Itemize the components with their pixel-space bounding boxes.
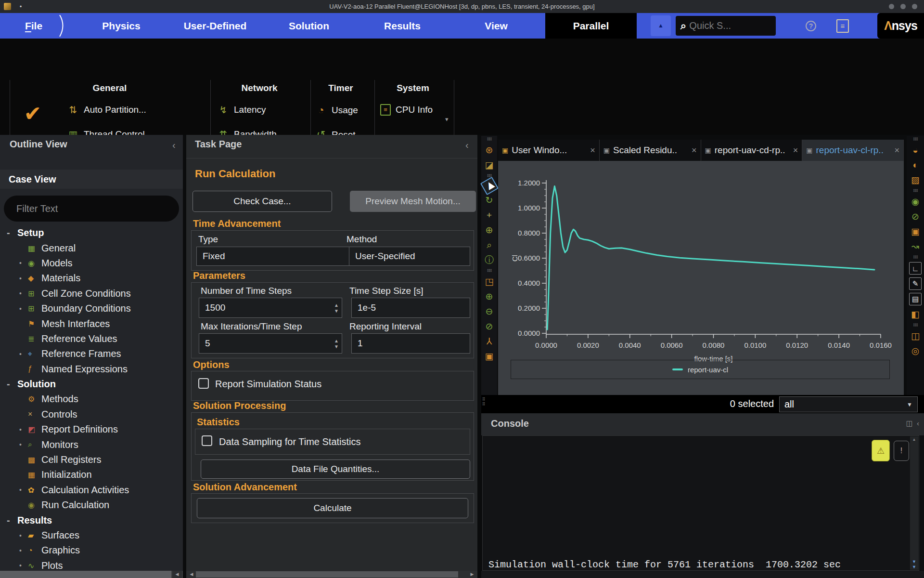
cpu-info-button[interactable]: ≡CPU Info <box>380 104 433 116</box>
task-page-horizontal-scrollbar[interactable]: ◀ ▶ <box>186 571 477 578</box>
scroll-left-icon[interactable]: ◀ <box>172 571 182 578</box>
tree-item-reference-values[interactable]: ≣Reference Values <box>0 331 183 346</box>
snapshot-icon[interactable]: ◎ <box>909 343 922 358</box>
menu-physics[interactable]: Physics <box>102 13 140 39</box>
error-filter-button[interactable]: ! <box>894 441 909 461</box>
scroll-right-icon[interactable]: ▶ <box>468 571 476 578</box>
zoom-out-icon[interactable]: ⊖ <box>483 304 496 319</box>
time-step-size-field[interactable] <box>351 298 470 318</box>
sweep-path-icon[interactable]: ↝ <box>909 239 922 254</box>
data-file-quantities-button[interactable]: Data File Quantities... <box>201 460 470 479</box>
maximize-button[interactable] <box>900 4 906 9</box>
bookmark-icon[interactable]: ◧ <box>909 307 922 322</box>
console-output[interactable]: ⚠ ! ▲ ▼▼ Simulation wall-clock time for … <box>482 435 919 571</box>
num-time-steps-stepper[interactable]: ▲▼ <box>334 298 339 317</box>
max-iterations-field[interactable]: ▲▼ <box>199 333 342 354</box>
data-sampling-label[interactable]: Data Sampling for Time Statistics <box>219 436 361 447</box>
console-dock-icon[interactable]: ◫ <box>906 419 913 428</box>
document-icon[interactable]: ▤ <box>909 293 922 305</box>
type-dropdown[interactable]: Fixed▼ <box>196 247 360 266</box>
tree-item-graphics[interactable]: •◔Graphics <box>0 543 183 558</box>
graphics-tab-report-uav-cd-rp[interactable]: ▣report-uav-cd-rp..× <box>701 140 803 161</box>
num-time-steps-input[interactable] <box>199 298 342 317</box>
quick-search-input[interactable] <box>689 20 757 31</box>
output-list-icon[interactable]: ≡ <box>836 19 849 33</box>
hide-surfaces-icon[interactable]: ⊘ <box>909 209 922 224</box>
mesh-display-icon[interactable]: ⊛ <box>483 143 496 158</box>
auto-partition-button[interactable]: ⇅Auto Partition... <box>67 104 146 116</box>
report-simulation-status-checkbox[interactable] <box>198 378 209 389</box>
menu-results[interactable]: Results <box>384 13 421 39</box>
zoom-dolly-icon[interactable]: ⊕ <box>483 223 496 237</box>
pan-view-icon[interactable]: + <box>483 208 496 223</box>
tree-item-solution[interactable]: -Solution <box>0 377 183 392</box>
timer-usage-button[interactable]: ◔Usage <box>315 104 358 117</box>
texture-icon[interactable]: ▨ <box>909 172 922 187</box>
tree-item-results[interactable]: -Results <box>0 512 183 527</box>
collapse-expander-icon[interactable]: - <box>7 379 10 390</box>
tree-item-cell-registers[interactable]: ▩Cell Registers <box>0 452 183 467</box>
fit-to-window-icon[interactable]: ◳ <box>483 274 496 289</box>
check-case-button[interactable]: Check Case... <box>192 191 332 212</box>
plot-window-icon[interactable]: ∟ <box>909 262 922 275</box>
show-surfaces-icon[interactable]: ◉ <box>909 194 922 209</box>
tree-item-mesh-interfaces[interactable]: ⚑Mesh Interfaces <box>0 316 183 331</box>
time-step-size-input[interactable] <box>352 298 470 317</box>
tree-item-setup[interactable]: -Setup <box>0 225 183 240</box>
tree-item-general[interactable]: ▦General <box>0 240 183 255</box>
info-icon[interactable]: ⓘ <box>483 252 496 267</box>
calculate-button[interactable]: Calculate <box>197 498 468 518</box>
num-time-steps-field[interactable]: ▲▼ <box>199 298 342 318</box>
menu-view[interactable]: View <box>485 13 507 39</box>
copy-view-icon[interactable]: ▣ <box>909 224 922 239</box>
tree-item-boundary-conditions[interactable]: •⊞Boundary Conditions <box>0 301 183 316</box>
zoom-reset-icon[interactable]: ⊘ <box>483 319 496 334</box>
menu-solution[interactable]: Solution <box>289 13 329 39</box>
scrollbar-thumb[interactable] <box>0 571 171 578</box>
task-page-collapse-icon[interactable]: ‹ <box>465 140 469 151</box>
tree-item-plots[interactable]: •∿Plots <box>0 558 183 571</box>
tree-item-named-expressions[interactable]: ƒNamed Expressions <box>0 362 183 377</box>
outline-collapse-icon[interactable]: ‹ <box>172 140 176 151</box>
surface-display-icon[interactable]: ◪ <box>483 158 496 172</box>
data-sampling-checkbox[interactable] <box>202 435 212 446</box>
tree-item-run-calculation[interactable]: ◉Run Calculation <box>0 498 183 512</box>
close-icon[interactable]: × <box>587 145 595 156</box>
reporting-interval-field[interactable] <box>351 333 470 354</box>
tree-item-controls[interactable]: ×Controls <box>0 407 183 422</box>
axes-triad-icon[interactable]: ⅄ <box>483 334 496 349</box>
tree-item-materials[interactable]: •◆Materials <box>0 271 183 286</box>
zoom-box-icon[interactable]: ⌕ <box>483 237 496 252</box>
max-iterations-input[interactable] <box>199 334 342 353</box>
lights-icon[interactable]: ◒ <box>909 143 922 158</box>
ribbon-collapse-button[interactable]: ▲ <box>651 15 671 36</box>
tree-item-initialization[interactable]: ▦Initialization <box>0 467 183 482</box>
latency-button[interactable]: ↯Latency <box>218 104 266 116</box>
rotate-view-icon[interactable]: ↻ <box>483 193 496 208</box>
console-collapse-icon[interactable]: ‹ <box>917 419 919 428</box>
max-iterations-stepper[interactable]: ▲▼ <box>334 334 339 353</box>
tree-item-monitors[interactable]: •⌕Monitors <box>0 437 183 452</box>
quick-search[interactable]: ⌕ <box>676 16 776 36</box>
window-controls[interactable] <box>889 4 917 9</box>
close-icon[interactable]: × <box>891 145 899 156</box>
cpu-info-dropdown-caret[interactable]: ▾ <box>445 116 449 123</box>
duplicate-icon[interactable]: ◫ <box>909 328 922 343</box>
minimize-button[interactable] <box>889 4 894 9</box>
tree-item-models[interactable]: •◉Models <box>0 256 183 271</box>
menu-user-defined[interactable]: User-Defined <box>184 13 247 39</box>
preview-mesh-motion-button[interactable]: Preview Mesh Motion... <box>350 191 476 212</box>
tree-filter[interactable] <box>4 196 179 222</box>
menu-parallel-active[interactable]: Parallel <box>545 13 637 39</box>
tree-item-surfaces[interactable]: •▰Surfaces <box>0 528 183 543</box>
scroll-up-icon[interactable]: ▲ <box>910 436 918 443</box>
shading-icon[interactable]: ◐ <box>909 158 922 172</box>
selection-filter-dropdown[interactable]: all▼ <box>779 396 918 412</box>
tree-item-report-definitions[interactable]: •◩Report Definitions <box>0 422 183 437</box>
tree-item-calculation-activities[interactable]: •✿Calculation Activities <box>0 483 183 498</box>
tree-filter-input[interactable] <box>16 203 161 214</box>
tree-item-methods[interactable]: ⚙Methods <box>0 392 183 407</box>
graphics-tab-user-windo[interactable]: ▣User Windo...× <box>498 140 600 161</box>
scroll-left-icon[interactable]: ◀ <box>187 571 196 578</box>
graphics-tab-scaled-residu[interactable]: ▣Scaled Residu..× <box>600 140 701 161</box>
